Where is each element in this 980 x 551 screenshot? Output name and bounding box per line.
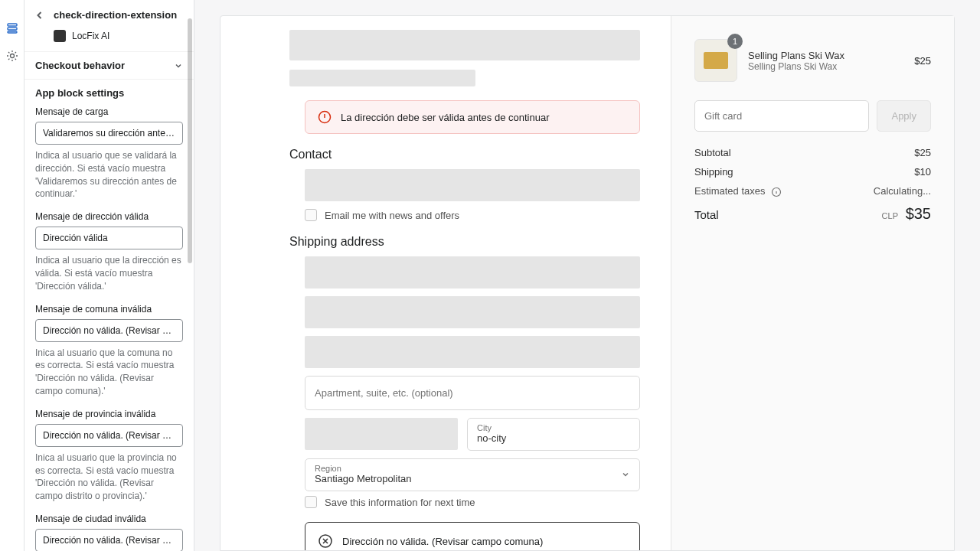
region-select[interactable]: Region Santiago Metropolitan bbox=[305, 458, 640, 491]
taxes-label: Estimated taxes bbox=[694, 185, 766, 197]
subtotal-value: $25 bbox=[914, 147, 931, 158]
total-currency: CLP bbox=[882, 211, 898, 220]
skeleton-input bbox=[305, 296, 640, 328]
product-title: Selling Plans Ski Wax bbox=[748, 50, 903, 61]
product-thumbnail: 1 bbox=[694, 39, 737, 82]
city-value: no-city bbox=[477, 432, 506, 444]
skeleton-input bbox=[305, 169, 640, 201]
skeleton-input bbox=[305, 336, 640, 368]
field-help: Indica al usuario que se validará la dir… bbox=[35, 149, 183, 201]
info-icon[interactable] bbox=[771, 187, 782, 197]
section-title: Checkout behavior bbox=[35, 60, 125, 71]
error-text: La dirección debe ser válida antes de co… bbox=[341, 112, 549, 123]
validation-error-text: Dirección no válida. (Revisar campo comu… bbox=[342, 536, 543, 547]
validation-error-block: Dirección no válida. (Revisar campo comu… bbox=[305, 522, 640, 550]
field-help: Indica al usuario que la dirección es vá… bbox=[35, 254, 183, 292]
settings-panel: check-direction-extension LocFix AI Chec… bbox=[24, 0, 194, 551]
region-value: Santiago Metropolitan bbox=[315, 473, 411, 484]
loading-message-input[interactable] bbox=[35, 122, 183, 145]
region-label: Region bbox=[315, 464, 411, 473]
chevron-down-icon bbox=[174, 61, 183, 70]
field-label: Mensaje de ciudad inválida bbox=[35, 514, 183, 524]
app-icon bbox=[54, 30, 66, 42]
alert-icon bbox=[318, 110, 332, 124]
checkbox-icon bbox=[305, 209, 317, 221]
gift-card-input[interactable] bbox=[694, 100, 869, 132]
checkbox-label: Save this information for next time bbox=[325, 497, 475, 508]
taxes-row: Estimated taxes Calculating... bbox=[694, 185, 931, 197]
taxes-value: Calculating... bbox=[874, 185, 931, 197]
product-subtitle: Selling Plans Ski Wax bbox=[748, 61, 903, 72]
field-label: Mensaje de dirección válida bbox=[35, 211, 183, 222]
chevron-down-icon bbox=[621, 470, 630, 479]
svg-rect-0 bbox=[8, 24, 17, 26]
shipping-label: Shipping bbox=[694, 166, 733, 178]
apply-button[interactable]: Apply bbox=[877, 100, 931, 132]
subtotal-row: Subtotal $25 bbox=[694, 147, 931, 158]
skeleton-input bbox=[305, 256, 640, 289]
product-price: $25 bbox=[914, 55, 931, 67]
contact-heading: Contact bbox=[289, 148, 640, 161]
cart-item: 1 Selling Plans Ski Wax Selling Plans Sk… bbox=[694, 39, 931, 82]
skeleton-block bbox=[289, 70, 475, 86]
shipping-row: Shipping $10 bbox=[694, 166, 931, 178]
skeleton-block bbox=[289, 30, 640, 60]
email-offers-checkbox[interactable]: Email me with news and offers bbox=[305, 209, 640, 221]
checkout-summary: 1 Selling Plans Ski Wax Selling Plans Sk… bbox=[671, 16, 954, 550]
field-label: Mensaje de provincia inválida bbox=[35, 409, 183, 419]
app-row: LocFix AI bbox=[24, 27, 194, 51]
field-help: Inica al usuario que la comuna no es cor… bbox=[35, 347, 183, 398]
svg-rect-1 bbox=[8, 28, 17, 30]
icon-rail bbox=[0, 0, 24, 551]
subtotal-label: Subtotal bbox=[694, 147, 731, 158]
extension-title: check-direction-extension bbox=[54, 9, 177, 21]
checkbox-icon bbox=[305, 496, 317, 508]
total-label: Total bbox=[694, 208, 719, 221]
field-label: Mensaje de comuna inválida bbox=[35, 304, 183, 315]
checkout-behavior-section[interactable]: Checkout behavior bbox=[24, 51, 194, 79]
shipping-heading: Shipping address bbox=[289, 235, 640, 249]
preview-frame: La dirección debe ser válida antes de co… bbox=[220, 15, 955, 551]
skeleton-input bbox=[305, 418, 458, 450]
svg-rect-2 bbox=[8, 31, 17, 33]
preview-area: La dirección debe ser válida antes de co… bbox=[194, 0, 980, 551]
invalid-comuna-input[interactable] bbox=[35, 319, 183, 342]
valid-message-input[interactable] bbox=[35, 227, 183, 249]
city-field[interactable]: City no-city bbox=[467, 418, 640, 451]
shipping-value: $10 bbox=[914, 166, 931, 178]
scrollbar[interactable] bbox=[188, 18, 192, 263]
field-help: Inica al usuario que la provincia no es … bbox=[35, 452, 183, 503]
error-banner: La dirección debe ser válida antes de co… bbox=[305, 100, 640, 134]
sections-icon[interactable] bbox=[5, 21, 19, 35]
app-name: LocFix AI bbox=[72, 31, 109, 41]
back-button[interactable] bbox=[35, 10, 46, 21]
invalid-provincia-input[interactable] bbox=[35, 424, 183, 447]
checkout-main: La dirección debe ser válida antes de co… bbox=[220, 16, 671, 550]
total-amount: $35 bbox=[906, 205, 931, 222]
close-circle-icon bbox=[318, 533, 333, 549]
block-settings-heading: App block settings bbox=[35, 87, 183, 99]
invalid-ciudad-input[interactable] bbox=[35, 529, 183, 551]
svg-point-3 bbox=[10, 54, 14, 58]
city-label: City bbox=[477, 423, 630, 432]
checkbox-label: Email me with news and offers bbox=[325, 210, 459, 221]
total-row: Total CLP $35 bbox=[694, 205, 931, 223]
save-info-checkbox[interactable]: Save this information for next time bbox=[305, 496, 640, 508]
field-label: Mensaje de carga bbox=[35, 106, 183, 117]
qty-badge: 1 bbox=[727, 34, 743, 49]
apartment-input[interactable] bbox=[305, 376, 640, 410]
gear-icon[interactable] bbox=[5, 49, 19, 63]
